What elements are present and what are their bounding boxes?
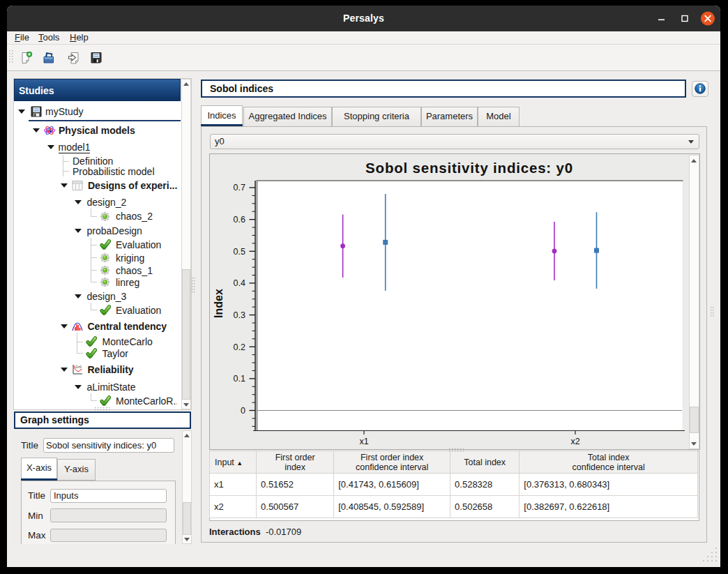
svg-text:0.4: 0.4: [234, 278, 245, 288]
svg-text:x1: x1: [359, 437, 368, 446]
svg-text:0.2: 0.2: [234, 342, 245, 352]
svg-text:0: 0: [241, 406, 245, 416]
svg-text:G=0: G=0: [75, 365, 82, 369]
svg-text:Index: Index: [213, 289, 225, 318]
svg-text:Sobol sensitivity indices: y0: Sobol sensitivity indices: y0: [365, 160, 573, 176]
svg-text:x2: x2: [570, 437, 579, 446]
svg-text:0.6: 0.6: [234, 215, 245, 225]
svg-text:0.1: 0.1: [234, 374, 245, 384]
svg-text:0.5: 0.5: [234, 247, 245, 257]
svg-text:0.3: 0.3: [234, 310, 245, 320]
svg-text:0.7: 0.7: [234, 183, 245, 192]
